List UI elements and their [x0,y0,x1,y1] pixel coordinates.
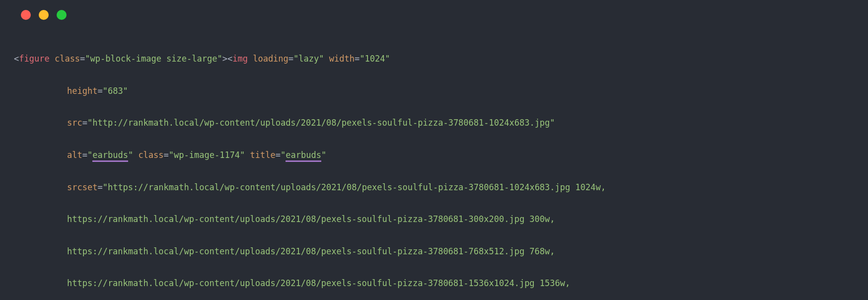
attr-class: class [55,54,80,64]
val-srcset-1: "https://rankmath.local/wp-content/uploa… [103,182,606,192]
attr-class2: class [138,150,163,160]
code-line-3: src="http://rankmath.local/wp-content/up… [14,115,854,131]
attr-srcset: srcset [67,182,97,192]
code-line-6: https://rankmath.local/wp-content/upload… [14,211,854,227]
val-title-highlighted: earbuds [286,150,321,162]
code-line-1: <figure class="wp-block-image size-large… [14,51,854,67]
val-loading: "lazy" [293,54,324,64]
attr-loading: loading [253,54,289,64]
close-window-icon[interactable] [21,10,31,20]
val-src: "http://rankmath.local/wp-content/upload… [87,118,555,128]
val-height: "683" [103,86,128,96]
attr-src: src [67,118,82,128]
attr-height: height [67,86,97,96]
attr-width: width [329,54,355,64]
val-width: "1024" [360,54,390,64]
val-alt-highlighted: earbuds [92,150,128,162]
minimize-window-icon[interactable] [39,10,49,20]
val-srcset-2: https://rankmath.local/wp-content/upload… [67,214,555,224]
val-srcset-3: https://rankmath.local/wp-content/upload… [67,246,555,256]
code-line-2: height="683" [14,83,854,99]
angle-open: < [14,54,19,64]
tag-img: img [232,54,248,64]
code-line-8: https://rankmath.local/wp-content/upload… [14,275,854,291]
code-block: <figure class="wp-block-image size-large… [14,35,854,300]
val-srcset-4: https://rankmath.local/wp-content/upload… [67,278,570,288]
window-traffic-lights [21,10,854,20]
code-line-4: alt="earbuds" class="wp-image-1174" titl… [14,147,854,163]
tag-figure: figure [19,54,49,64]
val-class: "wp-block-image size-large" [85,54,222,64]
code-line-5: srcset="https://rankmath.local/wp-conten… [14,179,854,195]
maximize-window-icon[interactable] [57,10,67,20]
attr-alt: alt [67,150,82,160]
code-line-7: https://rankmath.local/wp-content/upload… [14,243,854,259]
val-class2: "wp-image-1174" [169,150,245,160]
attr-title: title [250,150,276,160]
